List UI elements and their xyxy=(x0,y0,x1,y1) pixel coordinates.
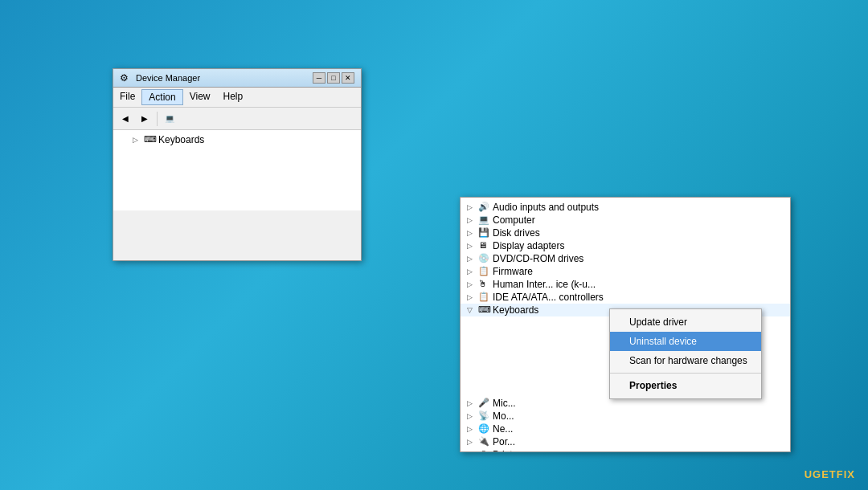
disk-label: Disk drives xyxy=(493,227,540,239)
disk-icon: 💾 xyxy=(478,227,489,239)
minimize-button[interactable]: ─ xyxy=(313,72,326,84)
display-icon: 🖥 xyxy=(478,240,489,251)
ctx-uninstall-device[interactable]: Uninstall device xyxy=(610,332,761,351)
print-icon: 🖨 xyxy=(478,449,489,451)
title-bar: ⚙ Device Manager ─ □ ✕ xyxy=(113,69,361,88)
menu-view[interactable]: View xyxy=(183,89,217,105)
menu-bar: File Action View Help xyxy=(113,88,361,108)
chevron-computer: ▷ xyxy=(467,216,475,224)
chevron-dvd: ▷ xyxy=(467,255,475,263)
tree-disk[interactable]: ▷ 💾 Disk drives xyxy=(461,227,790,239)
keyboard-label: Keyboards xyxy=(158,134,204,145)
close-button[interactable]: ✕ xyxy=(342,72,354,84)
tree-ide[interactable]: ▷ 📋 IDE ATA/ATA... controllers xyxy=(461,291,790,304)
toolbar-separator xyxy=(157,112,158,126)
maximize-button[interactable]: □ xyxy=(327,72,340,84)
toolbar: ◀ ▶ 💻 xyxy=(113,108,361,130)
toolbar-back[interactable]: ◀ xyxy=(117,110,134,128)
menu-file[interactable]: File xyxy=(113,89,141,105)
chevron-ne: ▷ xyxy=(467,425,475,433)
keyboard-icon: ⌨ xyxy=(144,134,155,145)
chevron-hid: ▷ xyxy=(467,280,475,288)
tree-item-keyboards[interactable]: ▷ ⌨ Keyboards xyxy=(113,133,361,146)
tree-dvd[interactable]: ▷ 💿 DVD/CD-ROM drives xyxy=(461,252,790,265)
tree-ne[interactable]: ▷ 🌐 Ne... xyxy=(461,423,790,435)
watermark-text2: FIX xyxy=(837,468,855,480)
window-title: Device Manager xyxy=(136,73,200,83)
audio-label: Audio inputs and outputs xyxy=(493,202,599,213)
tree-mo[interactable]: ▷ 📡 Mo... xyxy=(461,410,790,423)
keyboards-icon: ⌨ xyxy=(478,304,489,316)
ne-icon: 🌐 xyxy=(478,423,489,435)
firmware-icon: 📋 xyxy=(478,266,489,277)
keyboards-label: Keyboards xyxy=(493,304,538,316)
ctx-separator xyxy=(610,373,761,374)
mic-icon: 🎤 xyxy=(478,398,489,409)
por-icon: 🔌 xyxy=(478,436,489,447)
chevron-mo: ▷ xyxy=(467,412,475,420)
tree-firmware[interactable]: ▷ 📋 Firmware xyxy=(461,265,790,278)
firmware-label: Firmware xyxy=(493,266,533,277)
tree-computer[interactable]: ▷ 💻 Computer xyxy=(461,214,790,227)
ctx-properties[interactable]: Properties xyxy=(610,376,761,395)
ide-icon: 📋 xyxy=(478,292,489,303)
audio-icon: 🔊 xyxy=(478,202,489,213)
tree-por[interactable]: ▷ 🔌 Por... xyxy=(461,435,790,448)
chevron-firmware: ▷ xyxy=(467,267,475,276)
ctx-scan-hardware[interactable]: Scan for hardware changes xyxy=(610,351,761,370)
ide-label: IDE ATA/ATA... controllers xyxy=(493,292,604,303)
chevron-ide: ▷ xyxy=(467,293,475,301)
toolbar-computer[interactable]: 💻 xyxy=(161,110,178,128)
mic-label: Mic... xyxy=(493,398,516,409)
chevron-mic: ▷ xyxy=(467,399,475,407)
device-manager-window-left: ⚙ Device Manager ─ □ ✕ File Action View … xyxy=(113,68,362,261)
window-icon: ⚙ xyxy=(120,72,131,84)
window-controls: ─ □ ✕ xyxy=(313,72,354,84)
chevron-keyboards: ▷ xyxy=(133,136,141,144)
computer-label: Computer xyxy=(493,214,535,226)
chevron-audio: ▷ xyxy=(467,203,475,211)
tree-print[interactable]: ▷ 🖨 Print queues xyxy=(461,448,790,451)
menu-action[interactable]: Action xyxy=(141,89,182,105)
mo-icon: 📡 xyxy=(478,410,489,422)
hid-icon: 🖱 xyxy=(478,279,489,290)
toolbar-forward[interactable]: ▶ xyxy=(136,110,154,128)
tree-area-right: ▷ 🔊 Audio inputs and outputs ▷ 💻 Compute… xyxy=(461,198,790,451)
dvd-icon: 💿 xyxy=(478,253,489,264)
dvd-label: DVD/CD-ROM drives xyxy=(493,253,583,264)
ne-label: Ne... xyxy=(493,423,513,435)
watermark: UGETFIX xyxy=(805,468,855,480)
tree-display[interactable]: ▷ 🖥 Display adapters xyxy=(461,239,790,252)
context-menu: Update driver Uninstall device Scan for … xyxy=(609,308,762,399)
chevron-display: ▷ xyxy=(467,242,475,250)
print-label: Print queues xyxy=(493,449,547,451)
tree-audio[interactable]: ▷ 🔊 Audio inputs and outputs xyxy=(461,201,790,214)
computer-icon: 💻 xyxy=(478,214,489,226)
chevron-disk: ▷ xyxy=(467,229,475,237)
menu-help[interactable]: Help xyxy=(217,89,250,105)
device-manager-window-right: ▷ 🔊 Audio inputs and outputs ▷ 💻 Compute… xyxy=(460,197,791,452)
ctx-update-driver[interactable]: Update driver xyxy=(610,312,761,332)
hid-label: Human Inter... ice (k-u... xyxy=(493,279,596,290)
mo-label: Mo... xyxy=(493,410,514,422)
display-label: Display adapters xyxy=(493,240,564,251)
por-label: Por... xyxy=(493,436,515,447)
chevron-print: ▷ xyxy=(467,451,475,451)
chevron-por: ▷ xyxy=(467,438,475,446)
tree-area-left: ▷ ⌨ Keyboards xyxy=(113,130,361,210)
tree-hid[interactable]: ▷ 🖱 Human Inter... ice (k-u... xyxy=(461,278,790,291)
chevron-keyboards-right: ▽ xyxy=(467,306,475,314)
watermark-highlight: UGET xyxy=(805,468,837,480)
